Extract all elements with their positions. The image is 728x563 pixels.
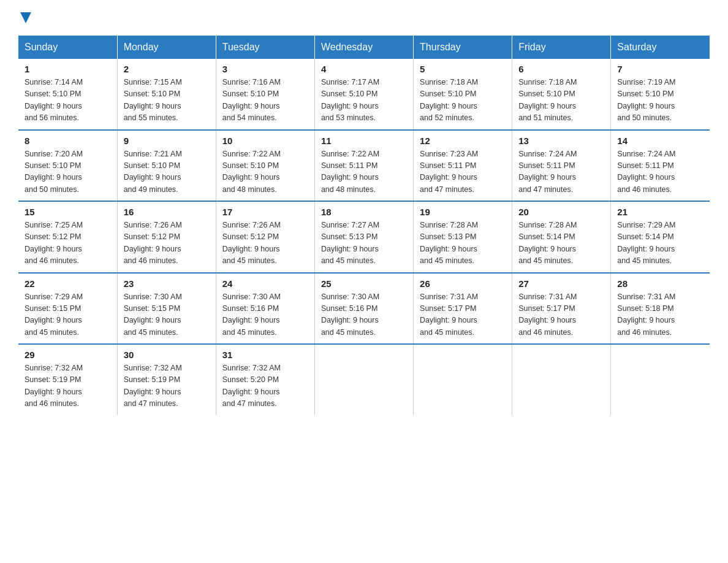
day-info: Sunrise: 7:31 AMSunset: 5:17 PMDaylight:… <box>420 291 506 339</box>
day-number: 11 <box>321 136 407 146</box>
day-number: 29 <box>25 350 111 360</box>
page-header <box>18 12 710 23</box>
day-number: 18 <box>321 207 407 217</box>
day-number: 3 <box>222 64 308 74</box>
col-header-tuesday: Tuesday <box>216 36 314 59</box>
calendar-cell: 16Sunrise: 7:26 AMSunset: 5:12 PMDayligh… <box>117 201 216 273</box>
day-info: Sunrise: 7:31 AMSunset: 5:18 PMDaylight:… <box>617 291 703 339</box>
calendar-week-row: 22Sunrise: 7:29 AMSunset: 5:15 PMDayligh… <box>18 273 710 345</box>
day-number: 13 <box>518 136 604 146</box>
day-info: Sunrise: 7:29 AMSunset: 5:14 PMDaylight:… <box>617 220 703 267</box>
day-number: 27 <box>518 278 604 289</box>
col-header-sunday: Sunday <box>18 36 117 59</box>
calendar-cell: 22Sunrise: 7:29 AMSunset: 5:15 PMDayligh… <box>18 273 117 345</box>
day-info: Sunrise: 7:24 AMSunset: 5:11 PMDaylight:… <box>518 148 604 196</box>
day-number: 19 <box>420 207 506 217</box>
day-info: Sunrise: 7:16 AMSunset: 5:10 PMDaylight:… <box>222 77 308 124</box>
day-info: Sunrise: 7:30 AMSunset: 5:16 PMDaylight:… <box>321 291 407 339</box>
day-number: 21 <box>617 207 703 217</box>
calendar-cell: 30Sunrise: 7:32 AMSunset: 5:19 PMDayligh… <box>117 344 216 415</box>
day-number: 23 <box>124 278 210 289</box>
day-info: Sunrise: 7:20 AMSunset: 5:10 PMDaylight:… <box>25 148 111 196</box>
calendar-table: SundayMondayTuesdayWednesdayThursdayFrid… <box>18 36 710 415</box>
calendar-cell: 25Sunrise: 7:30 AMSunset: 5:16 PMDayligh… <box>314 273 413 345</box>
calendar-cell: 9Sunrise: 7:21 AMSunset: 5:10 PMDaylight… <box>117 130 216 202</box>
day-number: 12 <box>420 136 506 146</box>
day-number: 25 <box>321 278 407 289</box>
day-number: 9 <box>124 136 210 146</box>
calendar-cell: 6Sunrise: 7:18 AMSunset: 5:10 PMDaylight… <box>512 59 611 130</box>
day-number: 28 <box>617 278 703 289</box>
calendar-cell: 24Sunrise: 7:30 AMSunset: 5:16 PMDayligh… <box>216 273 314 345</box>
day-info: Sunrise: 7:30 AMSunset: 5:16 PMDaylight:… <box>222 291 308 339</box>
calendar-cell <box>314 344 413 415</box>
day-number: 20 <box>518 207 604 217</box>
col-header-thursday: Thursday <box>414 36 512 59</box>
day-info: Sunrise: 7:18 AMSunset: 5:10 PMDaylight:… <box>518 77 604 124</box>
day-info: Sunrise: 7:22 AMSunset: 5:11 PMDaylight:… <box>321 148 407 196</box>
calendar-week-row: 1Sunrise: 7:14 AMSunset: 5:10 PMDaylight… <box>18 59 710 130</box>
calendar-cell: 2Sunrise: 7:15 AMSunset: 5:10 PMDaylight… <box>117 59 216 130</box>
calendar-cell: 3Sunrise: 7:16 AMSunset: 5:10 PMDaylight… <box>216 59 314 130</box>
day-info: Sunrise: 7:32 AMSunset: 5:19 PMDaylight:… <box>25 362 111 410</box>
day-info: Sunrise: 7:25 AMSunset: 5:12 PMDaylight:… <box>25 220 111 267</box>
logo-triangle-icon <box>20 10 31 23</box>
calendar-cell: 12Sunrise: 7:23 AMSunset: 5:11 PMDayligh… <box>414 130 512 202</box>
calendar-cell: 17Sunrise: 7:26 AMSunset: 5:12 PMDayligh… <box>216 201 314 273</box>
calendar-cell: 20Sunrise: 7:28 AMSunset: 5:14 PMDayligh… <box>512 201 611 273</box>
day-number: 7 <box>617 64 703 74</box>
calendar-cell: 14Sunrise: 7:24 AMSunset: 5:11 PMDayligh… <box>611 130 710 202</box>
calendar-week-row: 8Sunrise: 7:20 AMSunset: 5:10 PMDaylight… <box>18 130 710 202</box>
col-header-monday: Monday <box>117 36 216 59</box>
day-number: 2 <box>124 64 210 74</box>
calendar-cell <box>611 344 710 415</box>
calendar-cell <box>512 344 611 415</box>
day-info: Sunrise: 7:19 AMSunset: 5:10 PMDaylight:… <box>617 77 703 124</box>
day-number: 6 <box>518 64 604 74</box>
day-info: Sunrise: 7:26 AMSunset: 5:12 PMDaylight:… <box>124 220 210 267</box>
calendar-cell: 8Sunrise: 7:20 AMSunset: 5:10 PMDaylight… <box>18 130 117 202</box>
day-number: 24 <box>222 278 308 289</box>
day-info: Sunrise: 7:31 AMSunset: 5:17 PMDaylight:… <box>518 291 604 339</box>
calendar-cell: 31Sunrise: 7:32 AMSunset: 5:20 PMDayligh… <box>216 344 314 415</box>
day-number: 5 <box>420 64 506 74</box>
day-info: Sunrise: 7:21 AMSunset: 5:10 PMDaylight:… <box>124 148 210 196</box>
calendar-cell: 21Sunrise: 7:29 AMSunset: 5:14 PMDayligh… <box>611 201 710 273</box>
calendar-cell: 4Sunrise: 7:17 AMSunset: 5:10 PMDaylight… <box>314 59 413 130</box>
day-number: 1 <box>25 64 111 74</box>
calendar-cell: 10Sunrise: 7:22 AMSunset: 5:10 PMDayligh… <box>216 130 314 202</box>
day-number: 31 <box>222 350 308 360</box>
calendar-week-row: 15Sunrise: 7:25 AMSunset: 5:12 PMDayligh… <box>18 201 710 273</box>
day-number: 4 <box>321 64 407 74</box>
calendar-cell: 11Sunrise: 7:22 AMSunset: 5:11 PMDayligh… <box>314 130 413 202</box>
day-number: 10 <box>222 136 308 146</box>
day-number: 26 <box>420 278 506 289</box>
calendar-cell: 15Sunrise: 7:25 AMSunset: 5:12 PMDayligh… <box>18 201 117 273</box>
day-number: 30 <box>124 350 210 360</box>
calendar-cell: 7Sunrise: 7:19 AMSunset: 5:10 PMDaylight… <box>611 59 710 130</box>
day-info: Sunrise: 7:30 AMSunset: 5:15 PMDaylight:… <box>124 291 210 339</box>
day-info: Sunrise: 7:14 AMSunset: 5:10 PMDaylight:… <box>25 77 111 124</box>
calendar-cell: 13Sunrise: 7:24 AMSunset: 5:11 PMDayligh… <box>512 130 611 202</box>
calendar-cell: 28Sunrise: 7:31 AMSunset: 5:18 PMDayligh… <box>611 273 710 345</box>
day-number: 16 <box>124 207 210 217</box>
day-info: Sunrise: 7:29 AMSunset: 5:15 PMDaylight:… <box>25 291 111 339</box>
calendar-cell: 5Sunrise: 7:18 AMSunset: 5:10 PMDaylight… <box>414 59 512 130</box>
day-info: Sunrise: 7:15 AMSunset: 5:10 PMDaylight:… <box>124 77 210 124</box>
calendar-cell <box>414 344 512 415</box>
day-info: Sunrise: 7:32 AMSunset: 5:19 PMDaylight:… <box>124 362 210 410</box>
day-info: Sunrise: 7:28 AMSunset: 5:13 PMDaylight:… <box>420 220 506 267</box>
logo <box>18 12 31 23</box>
day-info: Sunrise: 7:18 AMSunset: 5:10 PMDaylight:… <box>420 77 506 124</box>
day-info: Sunrise: 7:28 AMSunset: 5:14 PMDaylight:… <box>518 220 604 267</box>
day-number: 17 <box>222 207 308 217</box>
calendar-cell: 18Sunrise: 7:27 AMSunset: 5:13 PMDayligh… <box>314 201 413 273</box>
day-info: Sunrise: 7:23 AMSunset: 5:11 PMDaylight:… <box>420 148 506 196</box>
day-number: 14 <box>617 136 703 146</box>
calendar-header-row: SundayMondayTuesdayWednesdayThursdayFrid… <box>18 36 710 59</box>
col-header-wednesday: Wednesday <box>314 36 413 59</box>
day-info: Sunrise: 7:17 AMSunset: 5:10 PMDaylight:… <box>321 77 407 124</box>
calendar-cell: 1Sunrise: 7:14 AMSunset: 5:10 PMDaylight… <box>18 59 117 130</box>
calendar-cell: 26Sunrise: 7:31 AMSunset: 5:17 PMDayligh… <box>414 273 512 345</box>
day-number: 8 <box>25 136 111 146</box>
